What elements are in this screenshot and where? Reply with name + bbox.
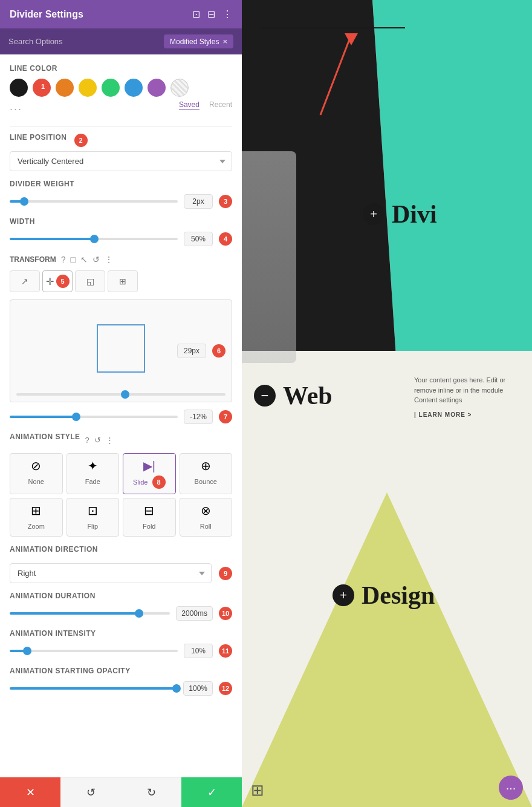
line-position-section: Line Position 2 Vertically Centered bbox=[10, 133, 232, 171]
film-icon[interactable]: ⊞ bbox=[251, 781, 264, 800]
preview-transform-slider[interactable] bbox=[16, 393, 225, 396]
anim-fold-icon: ⊟ bbox=[126, 503, 173, 518]
more-swatches[interactable]: ··· bbox=[10, 103, 22, 116]
transform-header: Transform ? □ ↖ ↺ ⋮ bbox=[10, 255, 232, 264]
color-yellow[interactable] bbox=[79, 79, 97, 97]
device-image bbox=[242, 151, 296, 363]
step-3-badge: 3 bbox=[219, 195, 232, 208]
more-icon[interactable]: ⋮ bbox=[222, 8, 232, 20]
divider-1 bbox=[10, 126, 232, 127]
width-value: 50% bbox=[184, 232, 213, 246]
color-blue[interactable] bbox=[125, 79, 143, 97]
line-position-label: Line Position bbox=[10, 133, 67, 142]
divider-weight-value: 2px bbox=[184, 194, 213, 209]
anim-opacity-slider[interactable] bbox=[10, 684, 177, 693]
color-black[interactable] bbox=[10, 79, 28, 97]
search-bar: Search Options Modified Styles × bbox=[0, 28, 242, 54]
anim-none-label: None bbox=[28, 478, 44, 485]
anim-opacity-label: Animation Starting Opacity bbox=[10, 667, 232, 675]
design-section: + Design bbox=[332, 581, 435, 610]
transform-buttons: ↗ ✛ 5 ◱ ⊞ bbox=[10, 270, 232, 292]
close-modified-button[interactable]: × bbox=[222, 37, 227, 46]
header-icons: ⊡ ⊟ ⋮ bbox=[192, 8, 232, 20]
anim-flip-icon: ⊡ bbox=[70, 503, 117, 518]
anim-flip[interactable]: ⊡ Flip bbox=[66, 498, 120, 537]
width-section: Width 50% 4 bbox=[10, 217, 232, 246]
anim-style-label: Animation Style bbox=[10, 433, 80, 441]
learn-more-link[interactable]: | LEARN MORE > bbox=[414, 411, 526, 418]
anim-reset[interactable]: ↺ bbox=[94, 436, 101, 445]
anim-none[interactable]: ⊘ None bbox=[10, 453, 63, 494]
step-12-badge: 12 bbox=[219, 682, 232, 695]
anim-fade-icon: ✦ bbox=[70, 459, 117, 473]
line-position-select[interactable]: Vertically Centered bbox=[10, 151, 232, 171]
anim-fold-label: Fold bbox=[143, 523, 155, 530]
transform-btn-skew[interactable]: ⊞ bbox=[108, 270, 138, 292]
color-red[interactable]: 1 bbox=[33, 79, 51, 97]
color-purple[interactable] bbox=[148, 79, 166, 97]
anim-intensity-section: Animation Intensity 10% 11 bbox=[10, 629, 232, 658]
content-area: Your content goes here. Edit or remove i… bbox=[414, 375, 526, 418]
cancel-button[interactable]: ✕ bbox=[0, 777, 60, 807]
anim-roll-label: Roll bbox=[200, 523, 212, 530]
recent-tab[interactable]: Recent bbox=[209, 100, 232, 109]
anim-flip-label: Flip bbox=[87, 523, 98, 530]
modified-label: Modified Styles bbox=[170, 38, 219, 46]
transform-device[interactable]: □ bbox=[70, 255, 75, 264]
anim-opacity-value-box: 100% 12 bbox=[183, 681, 232, 696]
line-color-section: Line Color 1 ··· Saved Recent bbox=[10, 64, 232, 118]
rotate-slider[interactable] bbox=[10, 412, 178, 422]
anim-bounce[interactable]: ⊕ Bounce bbox=[180, 453, 233, 494]
transform-help[interactable]: ? bbox=[61, 255, 66, 264]
undo-button[interactable]: ↺ bbox=[60, 777, 121, 807]
save-button[interactable]: ✓ bbox=[181, 777, 242, 807]
anim-intensity-slider[interactable] bbox=[10, 646, 178, 656]
anim-duration-row: 2000ms 10 bbox=[10, 606, 232, 621]
color-swatches: 1 bbox=[10, 79, 232, 97]
anim-duration-slider[interactable] bbox=[10, 609, 170, 618]
anim-slide-label: Slide 8 bbox=[133, 479, 166, 486]
divider-weight-row: 2px 3 bbox=[10, 194, 232, 209]
anim-slide[interactable]: ▶| Slide 8 bbox=[123, 453, 176, 494]
color-orange[interactable] bbox=[56, 79, 74, 97]
animation-grid: ⊘ None ✦ Fade ▶| Slide 8 ⊕ Bounce bbox=[10, 453, 232, 537]
dots-menu[interactable]: ··· bbox=[499, 776, 523, 800]
transform-more[interactable]: ⋮ bbox=[105, 255, 113, 264]
anim-fade[interactable]: ✦ Fade bbox=[66, 453, 120, 494]
anim-none-icon: ⊘ bbox=[13, 459, 60, 473]
anim-zoom-label: Zoom bbox=[28, 523, 45, 530]
anim-zoom[interactable]: ⊞ Zoom bbox=[10, 498, 63, 537]
anim-zoom-icon: ⊞ bbox=[13, 503, 60, 518]
plus-circle-design: + bbox=[332, 584, 354, 606]
focus-icon[interactable]: ⊡ bbox=[192, 8, 200, 20]
arrow-line bbox=[260, 27, 405, 28]
anim-fold[interactable]: ⊟ Fold bbox=[123, 498, 176, 537]
transform-cursor[interactable]: ↖ bbox=[80, 255, 88, 264]
transform-btn-translate[interactable]: ✛ 5 bbox=[42, 270, 73, 292]
anim-bounce-label: Bounce bbox=[195, 478, 217, 485]
width-slider[interactable] bbox=[10, 234, 178, 244]
anim-more[interactable]: ⋮ bbox=[106, 436, 114, 445]
anim-direction-label: Animation Direction bbox=[10, 545, 98, 554]
panel-header: Divider Settings ⊡ ⊟ ⋮ bbox=[0, 0, 242, 28]
transform-btn-scale[interactable]: ↗ bbox=[10, 270, 40, 292]
anim-roll[interactable]: ⊗ Roll bbox=[180, 498, 233, 537]
divider-weight-slider[interactable] bbox=[10, 197, 178, 206]
minus-circle-web: − bbox=[254, 385, 276, 407]
search-label[interactable]: Search Options bbox=[8, 37, 63, 46]
transform-reset[interactable]: ↺ bbox=[92, 255, 100, 264]
panel-content: Line Color 1 ··· Saved Recent bbox=[0, 54, 242, 777]
transform-preview-value: 29px bbox=[177, 344, 206, 358]
color-tabs: Saved Recent bbox=[179, 100, 232, 109]
redo-button[interactable]: ↻ bbox=[121, 777, 181, 807]
svg-line-0 bbox=[320, 36, 351, 115]
anim-help[interactable]: ? bbox=[85, 436, 89, 445]
saved-tab[interactable]: Saved bbox=[179, 100, 199, 109]
width-label: Width bbox=[10, 217, 232, 226]
anim-direction-select[interactable]: Right bbox=[10, 563, 212, 583]
color-green[interactable] bbox=[102, 79, 120, 97]
transform-btn-rotate[interactable]: ◱ bbox=[75, 270, 105, 292]
columns-icon[interactable]: ⊟ bbox=[207, 8, 215, 20]
color-custom[interactable] bbox=[170, 79, 189, 97]
preview-value-area: 29px 6 bbox=[177, 344, 225, 358]
